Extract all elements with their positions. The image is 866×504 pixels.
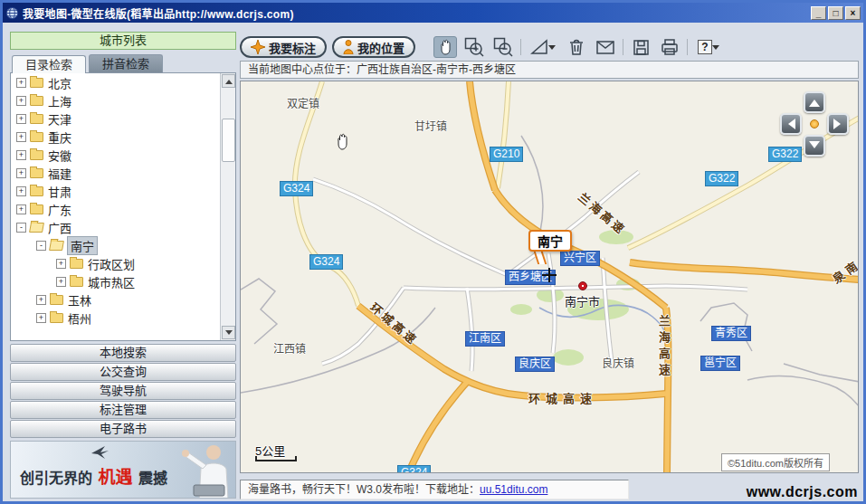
expand-icon[interactable]: + [16, 78, 26, 88]
expand-icon[interactable]: + [36, 295, 46, 305]
tree-item-nanning[interactable]: -南宁 [11, 236, 235, 254]
delete-tool-button[interactable] [565, 36, 588, 58]
trash-icon [569, 39, 584, 55]
panel-bus-query[interactable]: 公交查询 [10, 363, 236, 381]
expand-icon[interactable]: - [36, 241, 46, 251]
dropdown-caret-icon [548, 45, 556, 53]
minimize-button[interactable]: _ [811, 6, 826, 20]
folder-icon [70, 277, 83, 287]
save-icon [633, 40, 649, 55]
tree-item-label[interactable]: 城市热区 [88, 273, 135, 290]
expand-icon[interactable]: + [16, 132, 26, 142]
expand-icon[interactable]: + [56, 259, 66, 269]
maximize-button[interactable]: □ [828, 6, 843, 20]
road-badge-g324: G324 [397, 465, 431, 473]
zoom-in-icon [464, 37, 484, 57]
expand-icon[interactable]: + [36, 313, 46, 323]
expand-icon[interactable]: + [16, 186, 26, 196]
pan-center-dot[interactable] [810, 119, 819, 128]
annotate-button[interactable]: 我要标注 [240, 36, 327, 58]
district-badge-xingning[interactable]: 兴宁区 [560, 251, 600, 266]
pan-right-button[interactable] [827, 113, 849, 135]
district-badge-qingxiu[interactable]: 青秀区 [711, 326, 751, 341]
map-center-infobar: 当前地图中心点位于：广西壮族自治区-南宁市-西乡塘区 [240, 61, 859, 79]
mail-tool-button[interactable] [594, 36, 617, 58]
pan-left-button[interactable] [780, 113, 802, 135]
tree-item-label[interactable]: 福建 [48, 165, 71, 182]
tab-directory-search[interactable]: 目录检索 [12, 55, 86, 73]
tree-item-gansu[interactable]: +甘肃 [11, 182, 235, 200]
panel-ebook-route[interactable]: 电子路书 [10, 420, 236, 438]
tree-item-label[interactable]: 梧州 [68, 309, 91, 327]
tree-item-admin-regions[interactable]: +行政区划 [11, 254, 235, 272]
zoom-out-tool-button[interactable] [491, 36, 515, 58]
expand-icon[interactable]: + [16, 114, 26, 124]
panel-local-search[interactable]: 本地搜索 [10, 344, 236, 362]
folder-icon [30, 114, 43, 124]
tree-item-label[interactable]: 玉林 [68, 291, 91, 309]
tree-item-label[interactable]: 天津 [48, 110, 71, 128]
tree-item-guangxi[interactable]: -广西 [11, 218, 235, 236]
print-tool-button[interactable] [658, 36, 681, 58]
city-list-header: 城市列表 [10, 32, 236, 50]
save-tool-button[interactable] [629, 36, 652, 58]
district-badge-jiangnan[interactable]: 江南区 [465, 331, 505, 347]
download-link[interactable]: uu.51ditu.com [480, 483, 547, 496]
measure-tool-button[interactable] [527, 36, 559, 58]
tree-item-label[interactable]: 北京 [48, 74, 71, 91]
tree-item-label[interactable]: 广西 [48, 219, 71, 236]
folder-icon [70, 259, 83, 269]
hand-icon [437, 39, 453, 55]
ad-banner[interactable]: 创引无界的 机遇 震撼 [10, 441, 236, 499]
open-folder-icon [49, 241, 64, 251]
expand-icon[interactable]: + [16, 96, 26, 106]
expand-icon[interactable]: + [16, 204, 26, 214]
tree-item-label[interactable]: 甘肃 [48, 183, 71, 200]
mail-icon [596, 41, 614, 54]
tree-item-label[interactable]: 广东 [48, 201, 71, 218]
my-location-button[interactable]: 我的位置 [332, 36, 415, 58]
folder-icon [30, 168, 43, 178]
expand-icon[interactable]: + [16, 150, 26, 160]
expand-icon[interactable]: - [16, 223, 26, 233]
pan-down-button[interactable] [804, 135, 825, 157]
tree-item-city-hotzones[interactable]: +城市热区 [11, 272, 235, 290]
panel-driving-nav[interactable]: 驾驶导航 [10, 382, 236, 400]
scrollbar-thumb[interactable] [222, 119, 235, 162]
tree-item-anhui[interactable]: +安徽 [11, 146, 235, 164]
tree-item-label[interactable]: 上海 [48, 92, 71, 109]
expand-icon[interactable]: + [16, 168, 26, 178]
map-canvas[interactable]: 双定镇 甘圩镇 江西镇 良庆镇 G324 G324 G210 G322 G322… [240, 81, 859, 473]
pan-hand-tool-button[interactable] [433, 36, 457, 58]
tree-item-beijing[interactable]: +北京 [11, 73, 235, 91]
zoom-in-tool-button[interactable] [462, 36, 486, 58]
tree-item-shanghai[interactable]: +上海 [11, 91, 235, 109]
tree-item-label[interactable]: 重庆 [48, 128, 71, 146]
expand-icon[interactable]: + [56, 277, 66, 287]
main-panel: 我要标注 我的位置 [240, 35, 859, 473]
town-label: 良庆镇 [602, 355, 634, 370]
map-popup-nanning[interactable]: 南宁 [528, 230, 572, 252]
folder-icon [30, 204, 43, 214]
tree-item-label[interactable]: 安徽 [48, 147, 71, 164]
district-badge-liangqing[interactable]: 良庆区 [515, 357, 555, 372]
tree-item-fujian[interactable]: +福建 [11, 164, 235, 182]
tree-item-guangdong[interactable]: +广东 [11, 200, 235, 218]
tree-item-chongqing[interactable]: +重庆 [11, 128, 235, 146]
tab-pinyin-search[interactable]: 拼音检索 [89, 54, 163, 72]
folder-icon [50, 295, 63, 305]
close-button[interactable]: × [845, 6, 861, 20]
scroll-up-button[interactable] [222, 74, 235, 88]
titlebar[interactable]: 我要地图-微型在线版(稻草出品http://www.dcrjs.com) _ □… [3, 3, 863, 23]
scroll-down-button[interactable] [222, 326, 235, 339]
help-button[interactable]: ? [693, 36, 724, 58]
tree-scrollbar[interactable] [220, 73, 235, 340]
district-badge-yongning[interactable]: 邕宁区 [700, 356, 740, 371]
tree-item-tianjin[interactable]: +天津 [11, 109, 235, 128]
panel-annotation-manage[interactable]: 标注管理 [10, 401, 236, 419]
tree-item-yulin[interactable]: +玉林 [11, 290, 235, 309]
tree-item-wuzhou[interactable]: +梧州 [11, 309, 235, 327]
pan-up-button[interactable] [804, 91, 825, 113]
tree-item-label[interactable]: 行政区划 [88, 255, 135, 272]
tree-item-label[interactable]: 南宁 [68, 237, 97, 254]
